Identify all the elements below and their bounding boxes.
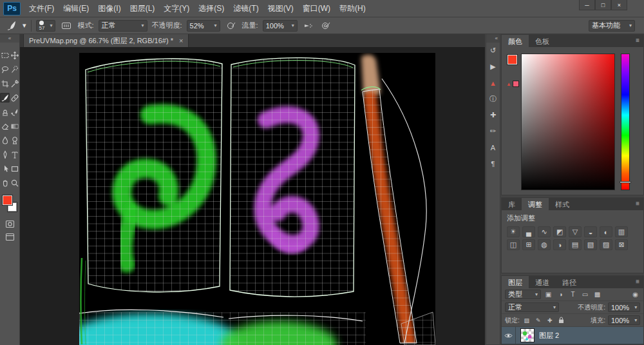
- invert-icon[interactable]: ◑: [553, 239, 566, 250]
- menu-layer[interactable]: 图层(L): [126, 1, 160, 17]
- black-white-icon[interactable]: ▥: [615, 226, 628, 237]
- close-button[interactable]: ×: [611, 0, 627, 10]
- close-tab-icon[interactable]: ×: [179, 37, 183, 44]
- navigator-panel-icon[interactable]: ✚: [486, 107, 500, 123]
- tool-preset-arrow[interactable]: ▾: [23, 20, 26, 32]
- pressure-opacity-icon[interactable]: [225, 19, 238, 32]
- canvas-viewport[interactable]: [20, 47, 485, 345]
- tool-quick-selection[interactable]: [10, 64, 19, 74]
- tool-healing-brush[interactable]: [10, 93, 19, 103]
- brush-preset-picker[interactable]: 57 ▾: [36, 20, 56, 32]
- layer-filter-select[interactable]: 类型 ▾: [505, 290, 541, 299]
- tool-lasso[interactable]: [0, 64, 10, 74]
- filter-shape-icon[interactable]: ▭: [580, 290, 590, 299]
- foreground-color-swatch[interactable]: [3, 195, 12, 205]
- menu-file[interactable]: 文件(F): [24, 1, 59, 17]
- tab-swatches[interactable]: 色板: [529, 35, 556, 47]
- canvas-image[interactable]: [79, 53, 435, 345]
- menu-filter[interactable]: 滤镜(T): [229, 1, 263, 17]
- filter-smart-object-icon[interactable]: ▩: [592, 290, 602, 299]
- tool-clone-stamp[interactable]: [0, 107, 10, 117]
- menu-edit[interactable]: 编辑(E): [59, 1, 93, 17]
- menu-view[interactable]: 视图(V): [263, 1, 298, 17]
- menu-help[interactable]: 帮助(H): [335, 1, 370, 17]
- panel-menu-icon[interactable]: ≡: [632, 276, 643, 288]
- history-panel-icon[interactable]: ↺: [486, 43, 500, 59]
- hue-slider-marker[interactable]: [620, 181, 631, 183]
- tab-paths[interactable]: 路径: [556, 276, 583, 288]
- airbrush-icon[interactable]: [302, 19, 315, 32]
- tool-rectangle-shape[interactable]: [10, 164, 19, 173]
- filter-pixel-icon[interactable]: ▣: [544, 290, 553, 299]
- brightness-contrast-icon[interactable]: ☀: [507, 226, 520, 237]
- minimize-button[interactable]: ─: [579, 0, 595, 10]
- gradient-map-icon[interactable]: ▨: [600, 239, 612, 250]
- channel-mixer-icon[interactable]: ⊞: [522, 239, 535, 250]
- tab-color[interactable]: 颜色: [502, 35, 529, 47]
- hue-saturation-icon[interactable]: ◒: [584, 226, 597, 237]
- foreground-color-swatch[interactable]: [507, 55, 517, 64]
- tool-blur[interactable]: [0, 135, 10, 145]
- actions-panel-icon[interactable]: ▶: [486, 59, 500, 75]
- tool-zoom[interactable]: [10, 178, 19, 188]
- filter-type-icon[interactable]: T: [568, 290, 578, 299]
- expand-panels-button[interactable]: «: [486, 34, 500, 43]
- collapse-tools-button[interactable]: «: [0, 34, 19, 43]
- opacity-select[interactable]: 52% ▾: [187, 20, 220, 32]
- filter-adjustment-icon[interactable]: ◑: [556, 290, 565, 299]
- layer-thumbnail[interactable]: [520, 328, 535, 342]
- posterize-icon[interactable]: ▤: [569, 239, 582, 250]
- vibrance-icon[interactable]: ▽: [569, 226, 582, 237]
- flow-select[interactable]: 100% ▾: [263, 20, 298, 32]
- tool-eyedropper[interactable]: [10, 79, 19, 88]
- brush-settings-panel-icon[interactable]: ✏: [486, 123, 500, 139]
- fill-select[interactable]: 100% ▾: [608, 315, 640, 325]
- workspace-switcher-button[interactable]: 基本功能 ▾: [589, 20, 635, 32]
- restore-button[interactable]: □: [595, 0, 611, 10]
- color-sampler-panel-icon[interactable]: ▲: [486, 75, 500, 91]
- lock-position-icon[interactable]: ✚: [545, 316, 554, 325]
- color-balance-icon[interactable]: ◐: [600, 226, 612, 237]
- threshold-icon[interactable]: ▧: [584, 239, 597, 250]
- brush-tool-preset-icon[interactable]: [5, 19, 18, 32]
- tool-move[interactable]: [10, 50, 19, 60]
- saturation-brightness-picker[interactable]: [521, 54, 615, 190]
- color-lookup-icon[interactable]: ◍: [538, 239, 551, 250]
- hue-slider[interactable]: [621, 54, 630, 190]
- tool-hand[interactable]: [0, 178, 10, 188]
- tool-gradient[interactable]: [10, 121, 19, 131]
- toggle-brush-panel-icon[interactable]: [60, 19, 73, 32]
- tool-eraser[interactable]: [0, 121, 10, 131]
- lock-paint-icon[interactable]: ✎: [534, 316, 543, 325]
- tool-dodge[interactable]: [10, 135, 19, 145]
- photo-filter-icon[interactable]: ◫: [507, 239, 520, 250]
- lock-all-icon[interactable]: [557, 316, 566, 325]
- lock-transparent-icon[interactable]: ▨: [522, 316, 531, 325]
- tool-path-selection[interactable]: [0, 164, 10, 173]
- screen-mode-button[interactable]: [4, 232, 15, 242]
- tab-styles[interactable]: 样式: [549, 198, 576, 210]
- tool-rectangular-marquee[interactable]: [0, 50, 10, 60]
- tool-crop[interactable]: [0, 79, 10, 88]
- exposure-icon[interactable]: ◩: [553, 226, 566, 237]
- paragraph-panel-icon[interactable]: ¶: [486, 155, 500, 172]
- tool-history-brush[interactable]: [10, 107, 19, 117]
- tool-type[interactable]: [10, 150, 19, 159]
- quick-mask-button[interactable]: [4, 219, 15, 229]
- menu-select[interactable]: 选择(S): [194, 1, 229, 17]
- curves-icon[interactable]: ∿: [538, 226, 551, 237]
- tab-adjustments[interactable]: 调整: [522, 198, 549, 210]
- menu-window[interactable]: 窗口(W): [298, 1, 335, 17]
- menu-image[interactable]: 图像(I): [93, 1, 125, 17]
- tab-layers[interactable]: 图层: [502, 276, 529, 288]
- selective-color-icon[interactable]: ⊠: [615, 239, 628, 250]
- tab-libraries[interactable]: 库: [502, 198, 522, 210]
- panel-menu-icon[interactable]: ≡: [632, 198, 643, 210]
- pressure-size-icon[interactable]: [319, 19, 332, 32]
- document-tab[interactable]: PreUVMap.png @ 66.7% (图层 2, RGB/16#) * ×: [23, 34, 189, 47]
- levels-icon[interactable]: ▄: [522, 226, 535, 237]
- tool-pen[interactable]: [0, 150, 10, 159]
- tab-channels[interactable]: 通道: [529, 276, 556, 288]
- gamut-warning-icon[interactable]: ▲: [506, 81, 519, 87]
- mode-select[interactable]: 正常 ▾: [99, 20, 147, 32]
